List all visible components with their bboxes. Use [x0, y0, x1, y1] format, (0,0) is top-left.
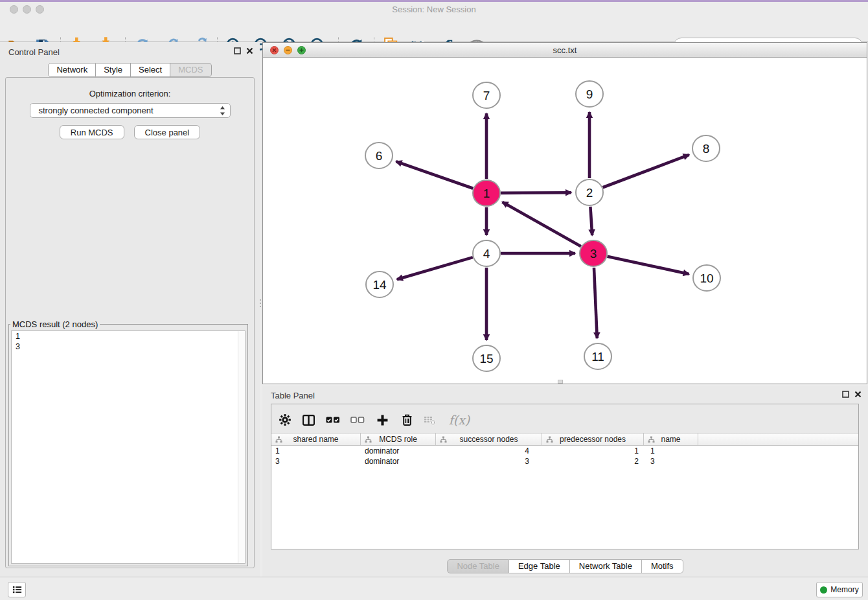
- session-title: Session: New Session: [0, 5, 868, 14]
- edge-3-1[interactable]: [502, 202, 580, 246]
- cell-successor-nodes[interactable]: 3: [436, 456, 542, 467]
- memory-label: Memory: [830, 585, 858, 594]
- control-tab-style[interactable]: Style: [96, 63, 131, 77]
- tab-network-table[interactable]: Network Table: [570, 559, 642, 573]
- edge-3-10[interactable]: [607, 257, 689, 274]
- edge-3-11[interactable]: [594, 268, 597, 338]
- add-column-icon[interactable]: [374, 412, 391, 428]
- mcds-result-list[interactable]: 13: [11, 330, 246, 564]
- control-panel-tabs: NetworkStyleSelectMCDS: [0, 63, 260, 77]
- float-panel-icon[interactable]: [234, 47, 241, 54]
- table-tabs: Node TableEdge TableNetwork TableMotifs: [262, 559, 868, 573]
- mcds-tab-content: Optimization criterion: strongly connect…: [5, 77, 255, 568]
- column-header-name[interactable]: name: [644, 433, 698, 445]
- delete-table-icon[interactable]: [422, 412, 439, 428]
- mcds-result-title: MCDS result (2 nodes): [10, 319, 100, 329]
- hierarchy-icon: [648, 436, 655, 443]
- close-panel-button[interactable]: Close panel: [134, 125, 201, 139]
- column-header-MCDS-role[interactable]: MCDS role: [361, 433, 436, 445]
- edge-4-14[interactable]: [397, 257, 473, 279]
- control-panel: Control Panel NetworkStyleSelectMCDS Opt…: [0, 42, 260, 577]
- control-tab-select[interactable]: Select: [131, 63, 170, 77]
- node-11[interactable]: 11: [584, 343, 611, 369]
- node-14[interactable]: 14: [366, 271, 393, 297]
- main-titlebar: Session: New Session: [0, 2, 868, 17]
- cell-shared-name[interactable]: 1: [271, 446, 361, 456]
- node-2[interactable]: 2: [576, 179, 603, 205]
- table-body: 1dominator4113dominator323: [271, 446, 858, 467]
- node-8[interactable]: 8: [692, 135, 720, 161]
- network-graph[interactable]: 7968124314101511: [263, 58, 867, 384]
- node-1[interactable]: 1: [473, 180, 500, 206]
- column-label: predecessor nodes: [560, 435, 626, 444]
- column-header-predecessor-nodes[interactable]: predecessor nodes: [542, 433, 644, 445]
- delete-columns-icon[interactable]: [398, 412, 415, 428]
- cell-shared-name[interactable]: 3: [271, 456, 361, 467]
- svg-text:6: 6: [376, 149, 383, 163]
- deselect-all-icon[interactable]: [349, 412, 366, 428]
- node-6[interactable]: 6: [365, 143, 393, 168]
- node-4[interactable]: 4: [473, 240, 500, 266]
- hierarchy-icon: [365, 436, 372, 443]
- svg-text:15: 15: [479, 352, 493, 365]
- edge-1-6[interactable]: [396, 161, 473, 189]
- node-10[interactable]: 10: [693, 265, 720, 291]
- select-all-icon[interactable]: [325, 412, 341, 428]
- settings-gear-icon[interactable]: [277, 412, 293, 428]
- network-canvas[interactable]: 7968124314101511: [263, 58, 867, 384]
- svg-text:9: 9: [586, 87, 593, 101]
- result-scrollbar[interactable]: [238, 331, 245, 563]
- cell-name[interactable]: 3: [644, 456, 698, 467]
- column-label: MCDS role: [379, 435, 417, 444]
- svg-text:7: 7: [483, 89, 490, 102]
- edge-2-8[interactable]: [603, 155, 689, 187]
- split-panel-icon[interactable]: [300, 412, 317, 428]
- control-tab-mcds[interactable]: MCDS: [170, 63, 211, 77]
- close-panel-icon[interactable]: [246, 47, 253, 54]
- node-7[interactable]: 7: [473, 82, 500, 108]
- close-panel-icon[interactable]: [854, 391, 862, 398]
- splitter-grip[interactable]: [558, 380, 563, 384]
- column-header-successor-nodes[interactable]: successor nodes: [436, 433, 542, 445]
- network-window-titlebar[interactable]: scc.txt: [263, 43, 867, 58]
- float-panel-icon[interactable]: [842, 391, 849, 398]
- tab-motifs[interactable]: Motifs: [642, 559, 683, 573]
- column-label: name: [661, 435, 680, 444]
- cell-MCDS-role[interactable]: dominator: [361, 446, 436, 456]
- node-3[interactable]: 3: [580, 240, 607, 266]
- cell-successor-nodes[interactable]: 4: [436, 446, 542, 456]
- mcds-result-item[interactable]: 3: [12, 341, 245, 352]
- vertical-splitter-grip[interactable]: [259, 299, 261, 311]
- edge-2-3[interactable]: [590, 207, 592, 235]
- hierarchy-icon: [440, 436, 447, 443]
- main-toolbar: [0, 17, 868, 42]
- network-view-window: scc.txt 7968124314101511: [262, 42, 867, 384]
- criterion-dropdown[interactable]: strongly connected component: [30, 103, 231, 118]
- application-window: Session: New Session: [0, 0, 868, 600]
- tab-edge-table[interactable]: Edge Table: [509, 559, 570, 573]
- cell-MCDS-role[interactable]: dominator: [361, 456, 436, 467]
- list-icon: [12, 584, 23, 595]
- network-view-title: scc.txt: [263, 45, 867, 55]
- control-tab-network[interactable]: Network: [48, 63, 96, 77]
- cell-name[interactable]: 1: [644, 446, 698, 456]
- tab-node-table[interactable]: Node Table: [447, 559, 509, 573]
- mcds-result-item[interactable]: 1: [12, 331, 245, 341]
- table-row[interactable]: 1dominator411: [271, 446, 858, 456]
- svg-text:8: 8: [703, 142, 710, 156]
- cell-predecessor-nodes[interactable]: 2: [542, 456, 644, 467]
- memory-button[interactable]: Memory: [816, 582, 863, 597]
- control-panel-header: Control Panel: [0, 42, 260, 62]
- column-header-shared-name[interactable]: shared name: [271, 433, 361, 445]
- node-15[interactable]: 15: [473, 345, 500, 371]
- task-history-button[interactable]: [8, 582, 26, 597]
- svg-text:1: 1: [483, 187, 490, 200]
- svg-text:3: 3: [590, 247, 597, 260]
- edge-1-2[interactable]: [501, 192, 571, 193]
- function-builder-icon[interactable]: f(x): [448, 412, 471, 428]
- run-mcds-button[interactable]: Run MCDS: [60, 125, 124, 139]
- hierarchy-icon: [546, 436, 553, 443]
- table-row[interactable]: 3dominator323: [271, 456, 858, 467]
- node-9[interactable]: 9: [576, 81, 603, 107]
- cell-predecessor-nodes[interactable]: 1: [542, 446, 644, 456]
